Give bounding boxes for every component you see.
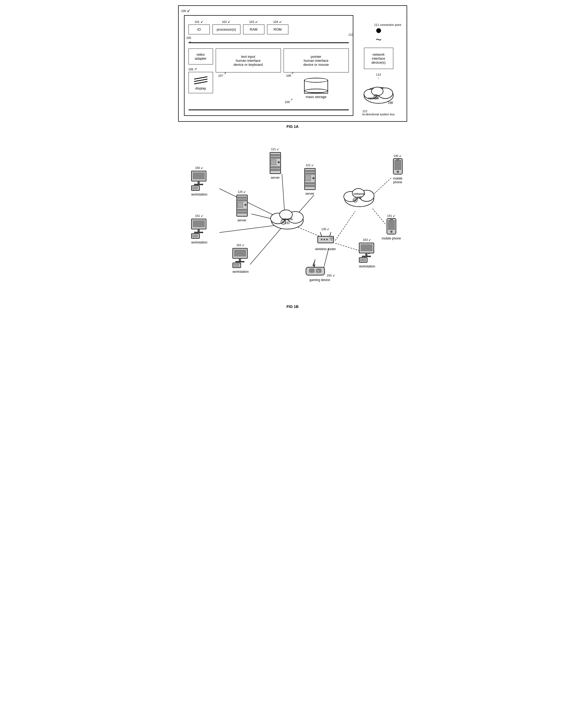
svg-rect-28 xyxy=(238,200,246,201)
ref-105: 105 xyxy=(186,36,191,40)
workstation-161-node: 161 ↙ workstation xyxy=(189,214,210,244)
svg-rect-38 xyxy=(305,182,315,184)
gaming-device-node: 150 ↙ gaming device xyxy=(304,259,335,282)
svg-line-15 xyxy=(335,211,355,240)
svg-rect-42 xyxy=(197,181,200,184)
svg-point-85 xyxy=(321,239,322,240)
svg-rect-98 xyxy=(396,159,399,160)
mass-storage-cylinder: mass storage xyxy=(304,78,328,99)
svg-rect-63 xyxy=(365,253,368,256)
svg-point-88 xyxy=(331,239,332,240)
network-interface-box: network interface device(s) xyxy=(364,48,393,69)
text-input-label: text input human interface device or key… xyxy=(234,55,263,67)
ram-box: RAM xyxy=(243,25,264,34)
workstation-163-node: 163 ↙ workstation xyxy=(356,238,378,268)
ref-103: 103 xyxy=(249,20,254,23)
svg-rect-65 xyxy=(359,258,367,262)
svg-rect-29 xyxy=(238,202,243,208)
svg-point-86 xyxy=(323,239,325,240)
pointer-box: pointer human interface device or mouse xyxy=(284,49,349,73)
server-121-node: 121 ↙ server xyxy=(269,147,282,180)
svg-rect-41 xyxy=(193,172,205,179)
svg-rect-36 xyxy=(305,176,311,181)
inner-box: 101 ↙ 102 ↙ 103 ↙ 104 ↙ IO processor(s) … xyxy=(184,15,353,116)
ref-110-label: 110 xyxy=(348,33,353,36)
io-box: IO xyxy=(188,25,210,34)
ref-102: 102 xyxy=(222,20,227,23)
mobile-141-node: 141 ↙ mobile phone xyxy=(382,214,401,240)
svg-rect-56 xyxy=(239,258,241,261)
svg-rect-22 xyxy=(271,160,276,165)
svg-rect-82 xyxy=(318,236,334,243)
svg-rect-44 xyxy=(191,186,200,190)
svg-rect-51 xyxy=(191,234,200,238)
svg-point-30 xyxy=(244,204,246,206)
svg-rect-57 xyxy=(235,261,244,262)
svg-line-9 xyxy=(250,227,282,264)
svg-rect-48 xyxy=(193,220,205,227)
svg-rect-100 xyxy=(388,220,395,230)
svg-rect-46 xyxy=(192,188,198,189)
svg-point-97 xyxy=(397,171,399,173)
svg-rect-31 xyxy=(238,209,246,211)
svg-rect-53 xyxy=(192,236,198,237)
svg-rect-27 xyxy=(238,197,246,199)
pointer-label: pointer human interface device or mouse xyxy=(303,55,328,67)
svg-rect-32 xyxy=(238,212,246,213)
svg-point-81 xyxy=(355,200,355,201)
svg-rect-102 xyxy=(390,219,393,220)
mobile-140-node: 140 ↙ mobile phone xyxy=(389,154,407,184)
svg-point-94 xyxy=(319,269,320,270)
fig1a-caption: FIG 1A xyxy=(178,124,407,129)
squiggle: 〜 xyxy=(376,36,381,46)
fig1a-diagram: 100 ↙ 101 ↙ 102 ↙ 103 ↙ 104 ↙ IO process… xyxy=(178,5,407,122)
ref-108: 108 xyxy=(286,74,291,77)
display-box: display xyxy=(188,72,213,93)
svg-rect-50 xyxy=(194,232,203,233)
server-120-node: 120 ↙ server xyxy=(235,190,249,222)
video-adapter-box: video adapter xyxy=(188,49,213,64)
ref-112: 112 bi-directional system bus xyxy=(363,109,395,116)
ref-104: 104 xyxy=(273,20,278,23)
network-cloud: 190 network xyxy=(361,82,396,107)
svg-point-37 xyxy=(312,177,315,179)
wireless-router-node: 130 ↙ wireless router xyxy=(315,227,336,251)
svg-rect-49 xyxy=(197,229,200,232)
ref-107: 107 xyxy=(218,74,223,77)
ref-109: 109 xyxy=(285,100,290,104)
svg-rect-20 xyxy=(271,154,280,156)
svg-point-87 xyxy=(326,239,328,240)
svg-rect-55 xyxy=(234,250,246,257)
processor-box: processor(s) xyxy=(212,25,240,34)
svg-rect-39 xyxy=(305,185,315,187)
fig1b-caption: FIG 1B xyxy=(178,305,407,309)
svg-rect-24 xyxy=(271,166,280,168)
connection-point xyxy=(376,28,381,33)
svg-rect-35 xyxy=(305,173,315,175)
svg-rect-45 xyxy=(192,187,198,188)
svg-rect-58 xyxy=(233,263,241,268)
ref-106: 106 xyxy=(188,68,193,71)
svg-rect-60 xyxy=(234,266,239,267)
svg-rect-21 xyxy=(271,157,280,158)
svg-rect-67 xyxy=(360,260,366,261)
text-input-box: text input human interface device or key… xyxy=(216,49,281,73)
svg-rect-64 xyxy=(362,256,371,257)
svg-rect-43 xyxy=(194,184,203,185)
svg-rect-52 xyxy=(192,235,198,236)
workstation-160-node: 160 ↙ workstation xyxy=(189,166,210,196)
svg-point-101 xyxy=(390,231,393,233)
svg-point-3 xyxy=(371,87,383,96)
svg-rect-96 xyxy=(395,160,401,170)
svg-line-84 xyxy=(330,232,331,236)
server-122-node: 122 ↙ server xyxy=(303,163,317,196)
svg-rect-34 xyxy=(305,170,315,172)
rom-box: ROM xyxy=(267,25,288,34)
fig1b-diagram: 121 ↙ server 120 ↙ xyxy=(178,137,407,302)
ref-100: 100 ↙ xyxy=(181,8,190,13)
workstation-162-node: 162 ↙ workstation xyxy=(230,243,251,274)
svg-rect-62 xyxy=(361,244,373,251)
svg-rect-91 xyxy=(310,269,314,272)
svg-rect-25 xyxy=(271,169,280,171)
svg-rect-90 xyxy=(306,267,325,275)
